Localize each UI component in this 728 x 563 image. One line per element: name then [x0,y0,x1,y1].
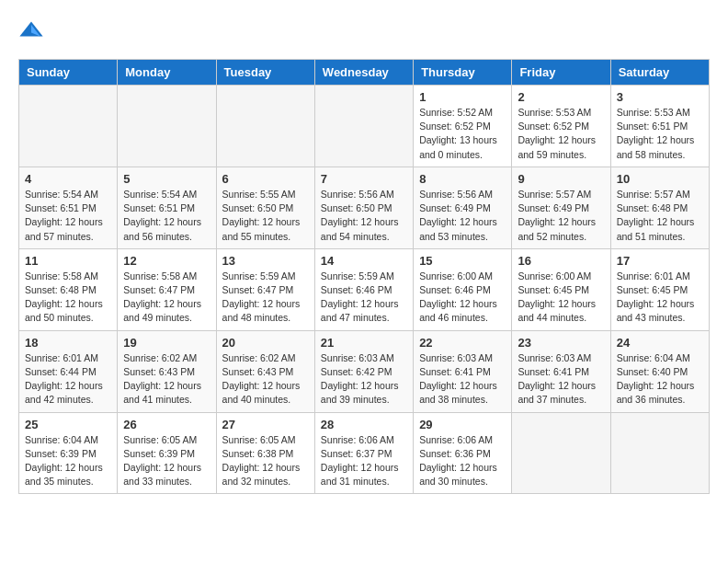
day-info: Sunrise: 5:58 AM Sunset: 6:47 PM Dayligh… [123,270,210,326]
calendar-table: SundayMondayTuesdayWednesdayThursdayFrid… [18,59,710,494]
calendar-cell: 3Sunrise: 5:53 AM Sunset: 6:51 PM Daylig… [610,86,709,167]
calendar-cell: 1Sunrise: 5:52 AM Sunset: 6:52 PM Daylig… [414,86,512,167]
weekday-header-cell: Thursday [414,60,512,86]
day-number: 4 [25,172,111,186]
calendar-cell: 6Sunrise: 5:55 AM Sunset: 6:50 PM Daylig… [216,167,314,248]
calendar-cell: 22Sunrise: 6:03 AM Sunset: 6:41 PM Dayli… [414,330,512,412]
day-info: Sunrise: 5:58 AM Sunset: 6:48 PM Dayligh… [25,270,111,326]
calendar-cell: 19Sunrise: 6:02 AM Sunset: 6:43 PM Dayli… [118,330,216,412]
day-number: 21 [321,336,407,350]
day-number: 9 [518,172,604,186]
day-number: 10 [617,172,703,186]
day-number: 13 [222,254,309,268]
day-number: 14 [321,254,407,268]
day-info: Sunrise: 5:53 AM Sunset: 6:52 PM Dayligh… [518,106,604,162]
calendar-cell: 16Sunrise: 6:00 AM Sunset: 6:45 PM Dayli… [512,248,610,330]
day-info: Sunrise: 5:54 AM Sunset: 6:51 PM Dayligh… [25,188,111,244]
day-number: 23 [518,336,604,350]
calendar-cell: 4Sunrise: 5:54 AM Sunset: 6:51 PM Daylig… [19,167,118,248]
day-number: 2 [518,90,604,104]
calendar-cell [512,412,610,494]
day-info: Sunrise: 5:52 AM Sunset: 6:52 PM Dayligh… [419,106,506,162]
calendar-cell: 18Sunrise: 6:01 AM Sunset: 6:44 PM Dayli… [19,330,118,412]
day-number: 24 [617,336,703,350]
calendar-body: 1Sunrise: 5:52 AM Sunset: 6:52 PM Daylig… [19,86,710,494]
day-number: 11 [25,254,111,268]
calendar-cell [19,86,118,167]
calendar-week-row: 25Sunrise: 6:04 AM Sunset: 6:39 PM Dayli… [19,412,710,494]
day-info: Sunrise: 5:57 AM Sunset: 6:48 PM Dayligh… [617,188,703,244]
day-info: Sunrise: 6:06 AM Sunset: 6:37 PM Dayligh… [321,433,407,489]
calendar-cell [314,86,413,167]
day-number: 16 [518,254,604,268]
day-number: 25 [25,418,111,431]
calendar-cell: 9Sunrise: 5:57 AM Sunset: 6:49 PM Daylig… [512,167,610,248]
calendar-week-row: 18Sunrise: 6:01 AM Sunset: 6:44 PM Dayli… [19,330,710,412]
calendar-cell: 7Sunrise: 5:56 AM Sunset: 6:50 PM Daylig… [314,167,413,248]
weekday-header-cell: Friday [512,60,610,86]
day-info: Sunrise: 6:00 AM Sunset: 6:45 PM Dayligh… [518,270,604,326]
calendar-cell: 8Sunrise: 5:56 AM Sunset: 6:49 PM Daylig… [414,167,512,248]
day-number: 17 [617,254,703,268]
day-info: Sunrise: 6:02 AM Sunset: 6:43 PM Dayligh… [123,351,210,408]
day-number: 20 [222,336,309,350]
calendar-cell: 24Sunrise: 6:04 AM Sunset: 6:40 PM Dayli… [610,330,709,412]
day-info: Sunrise: 6:05 AM Sunset: 6:39 PM Dayligh… [123,433,210,489]
calendar-cell: 28Sunrise: 6:06 AM Sunset: 6:37 PM Dayli… [314,412,413,494]
calendar-cell: 14Sunrise: 5:59 AM Sunset: 6:46 PM Dayli… [314,248,413,330]
calendar-cell: 21Sunrise: 6:03 AM Sunset: 6:42 PM Dayli… [314,330,413,412]
calendar-cell: 20Sunrise: 6:02 AM Sunset: 6:43 PM Dayli… [216,330,314,412]
logo [18,18,46,44]
calendar-cell: 10Sunrise: 5:57 AM Sunset: 6:48 PM Dayli… [610,167,709,248]
calendar-cell [118,86,216,167]
day-info: Sunrise: 5:54 AM Sunset: 6:51 PM Dayligh… [123,188,210,244]
day-number: 12 [123,254,210,268]
day-info: Sunrise: 6:06 AM Sunset: 6:36 PM Dayligh… [419,433,506,489]
page-header [18,18,710,44]
calendar-cell: 17Sunrise: 6:01 AM Sunset: 6:45 PM Dayli… [610,248,709,330]
weekday-header-row: SundayMondayTuesdayWednesdayThursdayFrid… [19,60,710,86]
day-number: 19 [123,336,210,350]
calendar-cell: 25Sunrise: 6:04 AM Sunset: 6:39 PM Dayli… [19,412,118,494]
day-info: Sunrise: 6:03 AM Sunset: 6:41 PM Dayligh… [419,351,506,408]
day-info: Sunrise: 5:59 AM Sunset: 6:46 PM Dayligh… [321,270,407,326]
day-info: Sunrise: 6:00 AM Sunset: 6:46 PM Dayligh… [419,270,506,326]
day-number: 27 [222,418,309,431]
weekday-header-cell: Saturday [610,60,709,86]
day-number: 18 [25,336,111,350]
weekday-header-cell: Sunday [19,60,118,86]
calendar-cell: 23Sunrise: 6:03 AM Sunset: 6:41 PM Dayli… [512,330,610,412]
calendar-cell: 26Sunrise: 6:05 AM Sunset: 6:39 PM Dayli… [118,412,216,494]
day-info: Sunrise: 5:59 AM Sunset: 6:47 PM Dayligh… [222,270,309,326]
calendar-cell: 11Sunrise: 5:58 AM Sunset: 6:48 PM Dayli… [19,248,118,330]
day-number: 22 [419,336,506,350]
day-info: Sunrise: 5:56 AM Sunset: 6:50 PM Dayligh… [321,188,407,244]
day-info: Sunrise: 6:05 AM Sunset: 6:38 PM Dayligh… [222,433,309,489]
day-number: 3 [617,90,703,104]
day-info: Sunrise: 5:57 AM Sunset: 6:49 PM Dayligh… [518,188,604,244]
calendar-cell [610,412,709,494]
weekday-header-cell: Tuesday [216,60,314,86]
day-info: Sunrise: 5:53 AM Sunset: 6:51 PM Dayligh… [617,106,703,162]
calendar-week-row: 11Sunrise: 5:58 AM Sunset: 6:48 PM Dayli… [19,248,710,330]
calendar-cell: 27Sunrise: 6:05 AM Sunset: 6:38 PM Dayli… [216,412,314,494]
weekday-header-cell: Wednesday [314,60,413,86]
calendar-cell: 12Sunrise: 5:58 AM Sunset: 6:47 PM Dayli… [118,248,216,330]
day-number: 7 [321,172,407,186]
day-info: Sunrise: 6:03 AM Sunset: 6:42 PM Dayligh… [321,351,407,408]
calendar-cell: 15Sunrise: 6:00 AM Sunset: 6:46 PM Dayli… [414,248,512,330]
day-number: 28 [321,418,407,431]
calendar-week-row: 1Sunrise: 5:52 AM Sunset: 6:52 PM Daylig… [19,86,710,167]
logo-icon [18,18,44,44]
calendar-cell: 5Sunrise: 5:54 AM Sunset: 6:51 PM Daylig… [118,167,216,248]
calendar-cell: 2Sunrise: 5:53 AM Sunset: 6:52 PM Daylig… [512,86,610,167]
day-info: Sunrise: 6:02 AM Sunset: 6:43 PM Dayligh… [222,351,309,408]
day-info: Sunrise: 6:01 AM Sunset: 6:45 PM Dayligh… [617,270,703,326]
day-number: 6 [222,172,309,186]
day-number: 1 [419,90,506,104]
day-number: 5 [123,172,210,186]
day-info: Sunrise: 6:03 AM Sunset: 6:41 PM Dayligh… [518,351,604,408]
day-info: Sunrise: 6:04 AM Sunset: 6:40 PM Dayligh… [617,351,703,408]
calendar-cell: 29Sunrise: 6:06 AM Sunset: 6:36 PM Dayli… [414,412,512,494]
day-number: 29 [419,418,506,431]
